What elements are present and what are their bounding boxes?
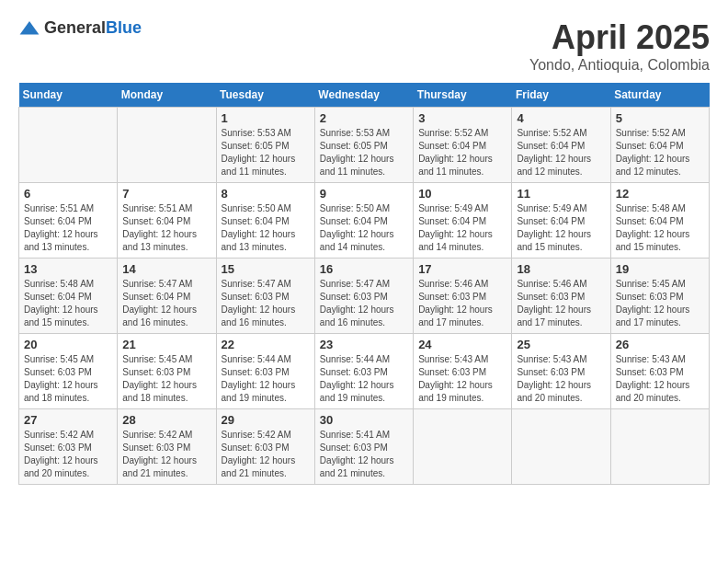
day-number: 21 [122, 338, 210, 351]
calendar-week-2: 6 Sunrise: 5:51 AM Sunset: 6:04 PM Dayli… [19, 183, 710, 259]
daylight-label: Daylight: 12 hours and 16 minutes. [122, 304, 197, 327]
sunset-label: Sunset: 6:03 PM [222, 442, 290, 453]
calendar-cell [610, 409, 709, 485]
cell-info: Sunrise: 5:42 AM Sunset: 6:03 PM Dayligh… [24, 429, 112, 480]
svg-marker-0 [20, 21, 40, 34]
daylight-label: Daylight: 12 hours and 18 minutes. [24, 380, 98, 403]
daylight-label: Daylight: 12 hours and 21 minutes. [122, 455, 197, 478]
daylight-label: Daylight: 12 hours and 15 minutes. [517, 229, 591, 252]
sunrise-label: Sunrise: 5:44 AM [222, 354, 291, 364]
daylight-label: Daylight: 12 hours and 11 minutes. [418, 154, 493, 177]
sunset-label: Sunset: 6:03 PM [616, 367, 684, 377]
daylight-label: Daylight: 12 hours and 13 minutes. [222, 229, 296, 252]
sunrise-label: Sunrise: 5:42 AM [122, 430, 192, 440]
calendar-cell: 4 Sunrise: 5:52 AM Sunset: 6:04 PM Dayli… [512, 108, 610, 183]
daylight-label: Daylight: 12 hours and 13 minutes. [24, 229, 98, 252]
calendar-cell: 23 Sunrise: 5:44 AM Sunset: 6:03 PM Dayl… [314, 334, 413, 409]
calendar-week-5: 27 Sunrise: 5:42 AM Sunset: 6:03 PM Dayl… [19, 409, 710, 485]
daylight-label: Daylight: 12 hours and 20 minutes. [616, 380, 690, 403]
sunrise-label: Sunrise: 5:43 AM [616, 354, 686, 364]
cell-info: Sunrise: 5:49 AM Sunset: 6:04 PM Dayligh… [418, 202, 506, 254]
calendar-cell: 15 Sunrise: 5:47 AM Sunset: 6:03 PM Dayl… [216, 259, 314, 334]
sunset-label: Sunset: 6:03 PM [222, 292, 290, 302]
daylight-label: Daylight: 12 hours and 15 minutes. [24, 304, 98, 327]
sunset-label: Sunset: 6:04 PM [418, 216, 486, 226]
daylight-label: Daylight: 12 hours and 17 minutes. [517, 304, 591, 327]
sunrise-label: Sunrise: 5:48 AM [616, 203, 686, 213]
sunset-label: Sunset: 6:04 PM [517, 141, 585, 151]
calendar-cell: 24 Sunrise: 5:43 AM Sunset: 6:03 PM Dayl… [414, 334, 512, 409]
daylight-label: Daylight: 12 hours and 15 minutes. [616, 229, 690, 252]
day-number: 13 [24, 262, 112, 276]
day-number: 23 [320, 338, 408, 351]
cell-info: Sunrise: 5:49 AM Sunset: 6:04 PM Dayligh… [517, 202, 605, 254]
cell-info: Sunrise: 5:50 AM Sunset: 6:04 PM Dayligh… [320, 202, 408, 254]
calendar-week-3: 13 Sunrise: 5:48 AM Sunset: 6:04 PM Dayl… [19, 259, 710, 334]
col-header-monday: Monday [118, 83, 216, 108]
calendar-cell: 16 Sunrise: 5:47 AM Sunset: 6:03 PM Dayl… [314, 259, 413, 334]
day-number: 28 [122, 413, 210, 427]
daylight-label: Daylight: 12 hours and 18 minutes. [122, 380, 197, 403]
cell-info: Sunrise: 5:42 AM Sunset: 6:03 PM Dayligh… [222, 429, 310, 480]
cell-info: Sunrise: 5:48 AM Sunset: 6:04 PM Dayligh… [24, 278, 112, 329]
daylight-label: Daylight: 12 hours and 20 minutes. [24, 455, 98, 478]
day-number: 7 [122, 187, 210, 201]
daylight-label: Daylight: 12 hours and 21 minutes. [222, 455, 296, 478]
col-header-tuesday: Tuesday [216, 83, 314, 108]
sunset-label: Sunset: 6:04 PM [616, 141, 684, 151]
calendar-cell [118, 108, 216, 183]
cell-info: Sunrise: 5:52 AM Sunset: 6:04 PM Dayligh… [517, 127, 605, 178]
cell-info: Sunrise: 5:50 AM Sunset: 6:04 PM Dayligh… [222, 202, 310, 254]
sunrise-label: Sunrise: 5:42 AM [222, 430, 291, 440]
sunrise-label: Sunrise: 5:41 AM [320, 430, 390, 440]
sunset-label: Sunset: 6:03 PM [616, 292, 684, 302]
sunrise-label: Sunrise: 5:46 AM [517, 279, 586, 289]
cell-info: Sunrise: 5:52 AM Sunset: 6:04 PM Dayligh… [616, 127, 704, 178]
daylight-label: Daylight: 12 hours and 11 minutes. [320, 154, 394, 177]
logo-blue: Blue [106, 18, 142, 37]
calendar-cell: 18 Sunrise: 5:46 AM Sunset: 6:03 PM Dayl… [512, 259, 610, 334]
day-number: 15 [222, 262, 310, 276]
header-row: SundayMondayTuesdayWednesdayThursdayFrid… [19, 83, 710, 108]
sunrise-label: Sunrise: 5:45 AM [616, 279, 686, 289]
sunrise-label: Sunrise: 5:51 AM [122, 203, 192, 213]
col-header-saturday: Saturday [610, 83, 709, 108]
cell-info: Sunrise: 5:43 AM Sunset: 6:03 PM Dayligh… [517, 353, 605, 405]
cell-info: Sunrise: 5:45 AM Sunset: 6:03 PM Dayligh… [616, 278, 704, 329]
day-number: 18 [517, 262, 605, 276]
cell-info: Sunrise: 5:48 AM Sunset: 6:04 PM Dayligh… [616, 202, 704, 254]
cell-info: Sunrise: 5:44 AM Sunset: 6:03 PM Dayligh… [222, 353, 310, 405]
sunset-label: Sunset: 6:04 PM [517, 216, 585, 226]
calendar-week-1: 1 Sunrise: 5:53 AM Sunset: 6:05 PM Dayli… [19, 108, 710, 183]
calendar-cell: 26 Sunrise: 5:43 AM Sunset: 6:03 PM Dayl… [610, 334, 709, 409]
cell-info: Sunrise: 5:51 AM Sunset: 6:04 PM Dayligh… [24, 202, 112, 254]
day-number: 2 [320, 111, 408, 125]
col-header-friday: Friday [512, 83, 610, 108]
daylight-label: Daylight: 12 hours and 20 minutes. [517, 380, 591, 403]
daylight-label: Daylight: 12 hours and 14 minutes. [320, 229, 394, 252]
sunrise-label: Sunrise: 5:45 AM [24, 354, 94, 364]
day-number: 26 [616, 338, 704, 351]
calendar-cell: 30 Sunrise: 5:41 AM Sunset: 6:03 PM Dayl… [314, 409, 413, 485]
daylight-label: Daylight: 12 hours and 16 minutes. [222, 304, 296, 327]
calendar-cell: 21 Sunrise: 5:45 AM Sunset: 6:03 PM Dayl… [118, 334, 216, 409]
sunset-label: Sunset: 6:04 PM [222, 216, 290, 226]
day-number: 1 [222, 111, 310, 125]
day-number: 24 [418, 338, 506, 351]
cell-info: Sunrise: 5:53 AM Sunset: 6:05 PM Dayligh… [222, 127, 310, 178]
sunrise-label: Sunrise: 5:46 AM [418, 279, 488, 289]
cell-info: Sunrise: 5:45 AM Sunset: 6:03 PM Dayligh… [122, 353, 210, 405]
sunrise-label: Sunrise: 5:50 AM [222, 203, 291, 213]
title-area: April 2025 Yondo, Antioquia, Colombia [529, 18, 710, 74]
cell-info: Sunrise: 5:45 AM Sunset: 6:03 PM Dayligh… [24, 353, 112, 405]
daylight-label: Daylight: 12 hours and 19 minutes. [222, 380, 296, 403]
sunrise-label: Sunrise: 5:47 AM [320, 279, 390, 289]
sunset-label: Sunset: 6:03 PM [222, 367, 290, 377]
day-number: 25 [517, 338, 605, 351]
sunset-label: Sunset: 6:04 PM [122, 292, 190, 302]
daylight-label: Daylight: 12 hours and 12 minutes. [616, 154, 690, 177]
col-header-thursday: Thursday [414, 83, 512, 108]
calendar-table: SundayMondayTuesdayWednesdayThursdayFrid… [18, 83, 710, 485]
cell-info: Sunrise: 5:43 AM Sunset: 6:03 PM Dayligh… [418, 353, 506, 405]
sunset-label: Sunset: 6:03 PM [418, 292, 486, 302]
